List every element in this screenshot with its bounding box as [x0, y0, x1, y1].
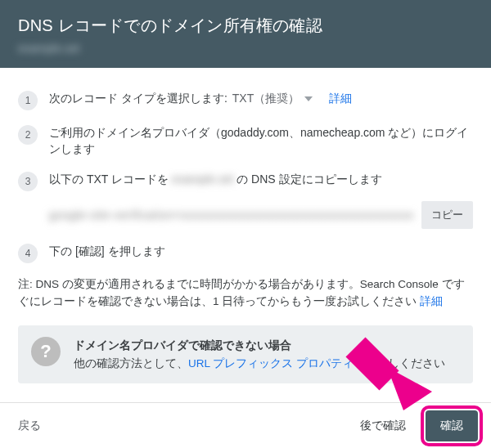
step-3: 3 以下の TXT レコードを example.set の DNS 設定にコピー…	[18, 172, 473, 191]
note-text: 注: DNS の変更が適用されるまでに時間がかかる場合があります。Search …	[18, 276, 473, 311]
record-type-value: TXT（推奨）	[232, 91, 300, 107]
url-prefix-link[interactable]: URL プレフィックス プロパティ	[188, 357, 354, 370]
step-number: 3	[18, 172, 38, 191]
step-2: 2 ご利用のドメイン名プロバイダ（godaddy.com、namecheap.c…	[18, 125, 473, 157]
step-4: 4 下の [確認] を押します	[18, 244, 473, 263]
dialog-title: DNS レコードでのドメイン所有権の確認	[18, 15, 473, 37]
note-detail-link[interactable]: 詳細	[420, 295, 443, 307]
domain-name-blurred: example.set	[18, 42, 473, 55]
chevron-down-icon	[304, 96, 313, 101]
record-type-dropdown[interactable]: TXT（推奨）	[232, 91, 313, 107]
dialog-body: 1 次のレコード タイプを選択します: TXT（推奨） 詳細 2 ご利用のドメイ…	[0, 68, 491, 383]
info-title: ドメイン名プロバイダで確認できない場合	[74, 337, 460, 354]
verify-later-button[interactable]: 後で確認	[352, 412, 414, 440]
step1-label: 次のレコード タイプを選択します:	[49, 91, 227, 107]
step1-detail-link[interactable]: 詳細	[329, 91, 352, 107]
copy-button[interactable]: コピー	[421, 201, 473, 229]
txt-record-value-blurred[interactable]: google-site-verification=xxxxxxxxxxxxxxx…	[49, 208, 413, 222]
back-button[interactable]: 戻る	[18, 419, 41, 433]
dialog-header: DNS レコードでのドメイン所有権の確認 example.set	[0, 0, 491, 68]
info-box: ? ドメイン名プロバイダで確認できない場合 他の確認方法として、URL プレフィ…	[18, 325, 473, 383]
question-icon: ?	[31, 337, 61, 366]
step4-text: 下の [確認] を押します	[49, 244, 473, 260]
step-1: 1 次のレコード タイプを選択します: TXT（推奨） 詳細	[18, 91, 473, 110]
domain-blurred: example.set	[172, 172, 233, 186]
txt-record-row: google-site-verification=xxxxxxxxxxxxxxx…	[49, 201, 473, 229]
step-number: 2	[18, 125, 38, 145]
step-number: 4	[18, 244, 38, 263]
step-text: 次のレコード タイプを選択します: TXT（推奨） 詳細	[49, 91, 473, 107]
info-text: ドメイン名プロバイダで確認できない場合 他の確認方法として、URL プレフィック…	[74, 337, 460, 372]
dialog-footer: 戻る 後で確認 確認	[0, 402, 491, 448]
confirm-button[interactable]: 確認	[426, 410, 478, 441]
step2-text: ご利用のドメイン名プロバイダ（godaddy.com、namecheap.com…	[49, 125, 473, 157]
step3-text: 以下の TXT レコードを example.set の DNS 設定にコピーしま…	[49, 172, 473, 188]
step-number: 1	[18, 91, 38, 110]
